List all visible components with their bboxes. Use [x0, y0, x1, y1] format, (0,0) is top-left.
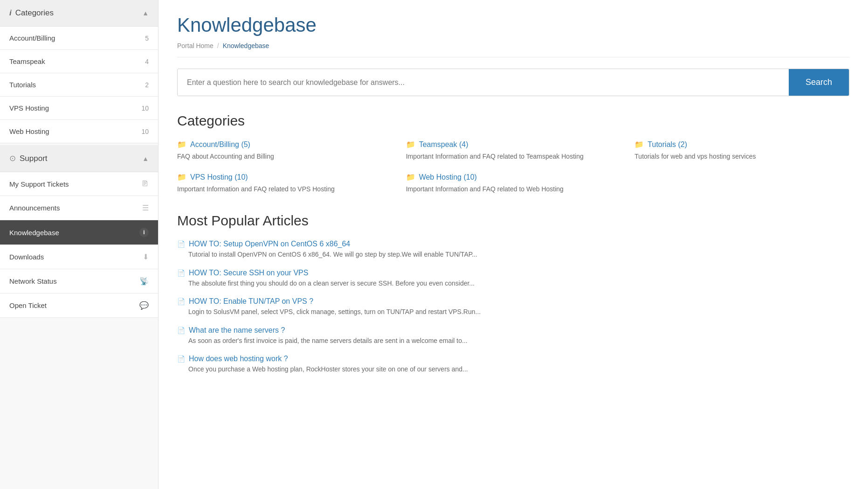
- search-bar: Search: [177, 69, 849, 96]
- article-item: 📄 What are the name servers ? As soon as…: [177, 326, 849, 346]
- globe-icon: ⊙: [9, 154, 16, 163]
- categories-section-title: Categories: [177, 113, 849, 129]
- sidebar-item-label: My Support Tickets: [9, 180, 69, 188]
- category-link-web-hosting[interactable]: 📁 Web Hosting (10): [406, 173, 621, 182]
- main-content: Knowledgebase Portal Home / Knowledgebas…: [158, 0, 868, 489]
- chevron-up-icon: ▲: [142, 9, 149, 17]
- popular-articles-title: Most Popular Articles: [177, 213, 849, 229]
- sidebar-item-open-ticket[interactable]: Open Ticket 💬: [0, 293, 158, 318]
- sidebar-item-label: Open Ticket: [9, 301, 47, 309]
- sidebar-item-label: Tutorials: [9, 81, 36, 89]
- category-description: Tutorials for web and vps hosting servic…: [634, 152, 849, 161]
- sidebar-item-label: Account/Billing: [9, 34, 55, 42]
- folder-icon: 📁: [406, 140, 415, 149]
- sidebar-item-badge: 4: [145, 58, 149, 65]
- article-description: Login to SolusVM panel, select VPS, clic…: [177, 307, 849, 317]
- categories-grid: 📁 Account/Billing (5) FAQ about Accounti…: [177, 140, 849, 194]
- sidebar-item-label: VPS Hosting: [9, 104, 49, 112]
- category-link-vps-hosting[interactable]: 📁 VPS Hosting (10): [177, 173, 392, 182]
- category-card-tutorials: 📁 Tutorials (2) Tutorials for web and vp…: [634, 140, 849, 161]
- article-item: 📄 How does web hosting work ? Once you p…: [177, 355, 849, 374]
- category-link-tutorials[interactable]: 📁 Tutorials (2): [634, 140, 849, 149]
- sidebar-support-list: My Support Tickets 🖹 Announcements ☰ Kno…: [0, 172, 158, 318]
- category-description: Important Information and FAQ related to…: [177, 184, 392, 194]
- article-item: 📄 HOW TO: Enable TUN/TAP on VPS ? Login …: [177, 297, 849, 317]
- article-link-web-hosting-work[interactable]: 📄 How does web hosting work ?: [177, 355, 849, 363]
- sidebar-item-label: Announcements: [9, 204, 60, 212]
- sidebar-item-tutorials[interactable]: Tutorials 2: [0, 73, 158, 97]
- category-card-account-billing: 📁 Account/Billing (5) FAQ about Accounti…: [177, 140, 392, 161]
- breadcrumb-current: Knowledgebase: [223, 42, 269, 49]
- article-description: As soon as order's first invoice is paid…: [177, 336, 849, 346]
- doc-icon: 📄: [177, 240, 185, 248]
- search-input[interactable]: [178, 69, 789, 96]
- breadcrumb: Portal Home / Knowledgebase: [177, 42, 849, 57]
- sidebar-item-web-hosting[interactable]: Web Hosting 10: [0, 120, 158, 143]
- category-card-teamspeak: 📁 Teamspeak (4) Important Information an…: [406, 140, 621, 161]
- sidebar-item-label: Web Hosting: [9, 127, 49, 135]
- sidebar-item-downloads[interactable]: Downloads ⬇: [0, 245, 158, 269]
- category-link-account-billing[interactable]: 📁 Account/Billing (5): [177, 140, 392, 149]
- sidebar-item-teamspeak[interactable]: Teamspeak 4: [0, 50, 158, 73]
- article-description: The absolute first thing you should do o…: [177, 279, 849, 288]
- article-item: 📄 HOW TO: Secure SSH on your VPS The abs…: [177, 269, 849, 288]
- folder-icon: 📁: [634, 140, 644, 149]
- breadcrumb-separator: /: [217, 42, 219, 49]
- sidebar-item-label: Teamspeak: [9, 57, 45, 65]
- folder-icon: 📁: [177, 140, 186, 149]
- article-link-openvpn[interactable]: 📄 HOW TO: Setup OpenVPN on CentOS 6 x86_…: [177, 240, 849, 248]
- category-description: FAQ about Accounting and Billing: [177, 152, 392, 161]
- chat-icon: 💬: [139, 301, 149, 310]
- support-header-label: Support: [20, 154, 48, 163]
- sidebar-item-badge: 10: [141, 128, 149, 135]
- list-icon: ☰: [142, 203, 149, 212]
- sidebar-item-knowledgebase[interactable]: Knowledgebase i: [0, 220, 158, 245]
- article-link-secure-ssh[interactable]: 📄 HOW TO: Secure SSH on your VPS: [177, 269, 849, 277]
- sidebar: i Categories ▲ Account/Billing 5 Teamspe…: [0, 0, 158, 489]
- article-description: Once you purchase a Web hosting plan, Ro…: [177, 365, 849, 374]
- sidebar-item-label: Downloads: [9, 253, 44, 261]
- category-card-web-hosting: 📁 Web Hosting (10) Important Information…: [406, 173, 621, 194]
- sidebar-item-badge: 10: [141, 105, 149, 112]
- doc-icon: 📄: [177, 269, 185, 277]
- doc-icon: 📄: [177, 298, 185, 305]
- article-link-name-servers[interactable]: 📄 What are the name servers ?: [177, 326, 849, 335]
- search-button[interactable]: Search: [789, 69, 849, 96]
- article-item: 📄 HOW TO: Setup OpenVPN on CentOS 6 x86_…: [177, 240, 849, 259]
- folder-icon: 📁: [406, 173, 415, 182]
- signal-icon: 📡: [139, 277, 149, 286]
- breadcrumb-home[interactable]: Portal Home: [177, 42, 214, 49]
- doc-icon: 📄: [177, 327, 185, 334]
- sidebar-categories-header: i Categories ▲: [0, 0, 158, 27]
- sidebar-item-network-status[interactable]: Network Status 📡: [0, 269, 158, 293]
- sidebar-item-vps-hosting[interactable]: VPS Hosting 10: [0, 97, 158, 120]
- sidebar-support-header: ⊙ Support ▲: [0, 145, 158, 172]
- category-description: Important Information and FAQ related to…: [406, 184, 621, 194]
- ticket-icon: 🖹: [141, 180, 149, 188]
- download-icon: ⬇: [143, 252, 149, 261]
- doc-icon: 📄: [177, 355, 185, 363]
- category-card-vps-hosting: 📁 VPS Hosting (10) Important Information…: [177, 173, 392, 194]
- sidebar-item-badge: 5: [145, 35, 149, 42]
- article-link-tun-tap[interactable]: 📄 HOW TO: Enable TUN/TAP on VPS ?: [177, 297, 849, 306]
- sidebar-categories-list: Account/Billing 5 Teamspeak 4 Tutorials …: [0, 27, 158, 143]
- sidebar-item-badge: 2: [145, 81, 149, 89]
- category-link-teamspeak[interactable]: 📁 Teamspeak (4): [406, 140, 621, 149]
- chevron-up-icon: ▲: [142, 155, 149, 162]
- sidebar-item-account-billing[interactable]: Account/Billing 5: [0, 27, 158, 50]
- sidebar-item-my-support-tickets[interactable]: My Support Tickets 🖹: [0, 172, 158, 196]
- articles-section: Most Popular Articles 📄 HOW TO: Setup Op…: [177, 213, 849, 374]
- article-description: Tutorial to install OpenVPN on CentOS 6 …: [177, 250, 849, 259]
- categories-header-label: Categories: [15, 8, 54, 18]
- info-icon: i: [9, 8, 12, 18]
- page-title: Knowledgebase: [177, 14, 849, 36]
- sidebar-item-announcements[interactable]: Announcements ☰: [0, 196, 158, 220]
- category-description: Important Information and FAQ related to…: [406, 152, 621, 161]
- info-circle-icon: i: [139, 228, 149, 237]
- folder-icon: 📁: [177, 173, 186, 182]
- sidebar-item-label: Knowledgebase: [9, 229, 59, 237]
- sidebar-item-label: Network Status: [9, 277, 57, 285]
